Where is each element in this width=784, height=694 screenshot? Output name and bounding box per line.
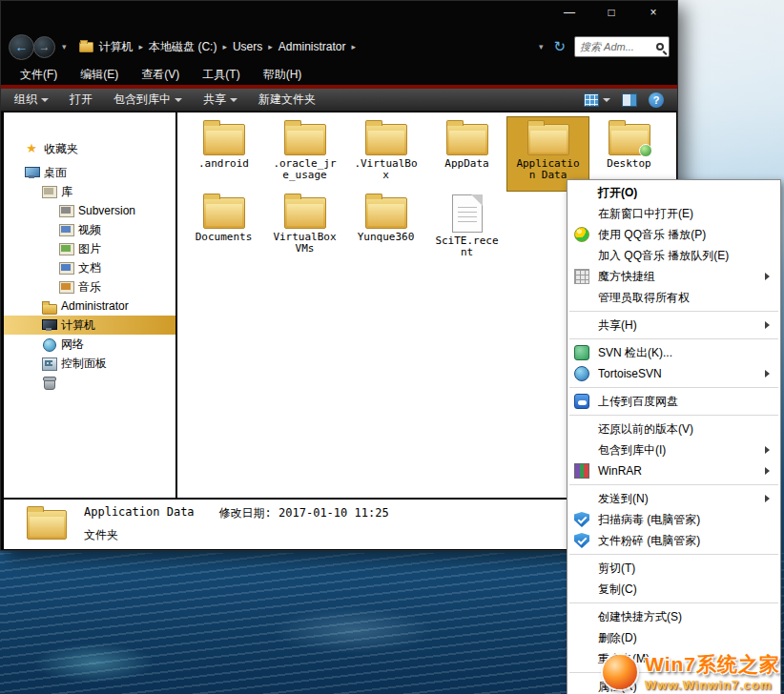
context-menu-item-include-in-library[interactable]: 包含到库中(I) — [567, 439, 780, 460]
menu-item-label: 管理员取得所有权 — [598, 291, 690, 304]
sidebar-item-network[interactable]: 网络 — [4, 335, 175, 354]
menu-file[interactable]: 文件(F) — [20, 67, 57, 83]
file-label: .android — [190, 158, 258, 170]
sidebar-item-favorites[interactable]: ★ 收藏夹 — [4, 139, 175, 158]
new-folder-button[interactable]: 新建文件夹 — [258, 92, 316, 108]
breadcrumb-item-users[interactable]: Users — [233, 40, 262, 53]
menu-help[interactable]: 帮助(H) — [263, 67, 302, 83]
menu-separator — [569, 338, 778, 339]
organize-button[interactable]: 组织 — [14, 92, 49, 108]
details-text: Application Data 修改日期: 2017-01-10 11:25 … — [84, 505, 389, 543]
breadcrumb-separator-icon: ▸ — [268, 42, 273, 51]
recent-pages-dropdown[interactable]: ▾ — [62, 42, 67, 51]
organize-label: 组织 — [14, 92, 37, 108]
context-menu-item-share[interactable]: 共享(H) — [567, 315, 780, 336]
search-icon[interactable] — [656, 43, 664, 51]
sidebar-item-documents[interactable]: 文档 — [4, 258, 175, 277]
menu-item-label: 共享(H) — [598, 318, 637, 332]
search-input[interactable]: 搜索 Adm... — [574, 36, 670, 57]
address-dropdown[interactable]: ▾ — [539, 42, 544, 51]
menu-item-label: 剪切(T) — [598, 561, 635, 575]
back-button[interactable]: ← — [9, 34, 34, 60]
title-bar: — □ × — [1, 1, 677, 30]
menu-item-label: 还原以前的版本(V) — [598, 422, 693, 436]
file-tile-documents[interactable]: Documents — [183, 191, 264, 264]
menu-item-label: WinRAR — [598, 464, 642, 478]
context-menu-item-qq-music-play[interactable]: 使用 QQ音乐 播放(P) — [567, 224, 780, 245]
file-tile-appdata[interactable]: AppData — [426, 117, 507, 191]
sidebar-label: 库 — [61, 184, 72, 200]
open-button[interactable]: 打开 — [70, 92, 93, 108]
menu-separator — [569, 415, 778, 416]
help-button[interactable]: ? — [649, 92, 664, 108]
details-name: Application Data — [84, 505, 195, 521]
toolbar-right-group: ? — [584, 92, 664, 108]
menu-item-label: 包含到库中(I) — [598, 443, 666, 457]
breadcrumb-separator-icon: ▸ — [351, 42, 356, 51]
sidebar-item-music[interactable]: 音乐 — [4, 277, 175, 296]
menu-item-label: 扫描病毒 (电脑管家) — [598, 513, 700, 526]
share-label: 共享 — [203, 92, 226, 108]
forward-button[interactable]: → — [33, 36, 55, 58]
sidebar-item-computer[interactable]: 计算机 — [4, 316, 175, 335]
menu-item-label: TortoiseSVN — [598, 367, 662, 380]
file-tile-yunque360[interactable]: Yunque360 — [345, 191, 426, 264]
sidebar-item-control-panel[interactable]: 控制面板 — [4, 354, 175, 373]
menu-tools[interactable]: 工具(T) — [202, 67, 239, 83]
preview-pane-button[interactable] — [622, 93, 637, 107]
context-menu-item-mofang-shortcut-group[interactable]: 魔方快捷组 — [567, 266, 780, 287]
sidebar-item-pictures[interactable]: 图片 — [4, 239, 175, 258]
context-menu-item-delete[interactable]: 删除(D) — [567, 627, 780, 648]
context-menu-item-file-shredder[interactable]: 文件粉碎 (电脑管家) — [567, 530, 780, 551]
context-menu-item-copy[interactable]: 复制(C) — [567, 579, 780, 600]
sidebar-item-videos[interactable]: 视频 — [4, 220, 175, 239]
sidebar-item-subversion[interactable]: Subversion — [4, 201, 175, 220]
change-view-button[interactable] — [584, 93, 610, 107]
menu-separator — [569, 387, 778, 388]
menu-view[interactable]: 查看(V) — [141, 67, 179, 83]
shield-icon — [574, 533, 589, 548]
share-button[interactable]: 共享 — [203, 92, 237, 108]
context-menu-item-winrar[interactable]: WinRAR — [567, 460, 780, 481]
submenu-arrow-icon — [765, 446, 774, 454]
maximize-button[interactable]: □ — [603, 6, 620, 19]
context-menu-item-svn-checkout[interactable]: SVN 检出(K)... — [567, 342, 780, 363]
file-tile-android[interactable]: .android — [183, 117, 264, 191]
context-menu-item-qq-music-queue[interactable]: 加入 QQ音乐 播放队列(E) — [567, 245, 780, 266]
context-menu-item-admin-take-ownership[interactable]: 管理员取得所有权 — [567, 287, 780, 308]
sidebar-item-recycle-bin[interactable] — [4, 373, 175, 392]
include-in-library-button[interactable]: 包含到库中 — [113, 92, 182, 108]
context-menu-item-open[interactable]: 打开(O) — [567, 182, 780, 203]
menu-item-label: 文件粉碎 (电脑管家) — [598, 534, 700, 547]
sidebar-label: 视频 — [78, 222, 101, 238]
file-tile-scite-recent[interactable]: SciTE.recent — [426, 191, 507, 264]
chevron-down-icon — [41, 98, 49, 106]
search-placeholder: 搜索 Adm... — [580, 40, 652, 54]
window-controls: — □ × — [561, 6, 662, 19]
minimize-button[interactable]: — — [561, 6, 578, 19]
context-menu-item-tortoisesvn[interactable]: TortoiseSVN — [567, 363, 780, 384]
context-menu-item-open-new-window[interactable]: 在新窗口中打开(E) — [567, 203, 780, 224]
file-tile-virtualbox[interactable]: .VirtualBox — [345, 117, 426, 191]
sidebar-item-administrator[interactable]: Administrator — [4, 296, 175, 316]
context-menu-item-create-shortcut[interactable]: 创建快捷方式(S) — [567, 606, 780, 627]
context-menu-item-cut[interactable]: 剪切(T) — [567, 558, 780, 579]
file-tile-virtualbox-vms[interactable]: VirtualBox VMs — [264, 191, 345, 264]
context-menu-item-scan-virus[interactable]: 扫描病毒 (电脑管家) — [567, 509, 780, 530]
menu-edit[interactable]: 编辑(E) — [80, 67, 118, 83]
folder-icon — [284, 124, 326, 155]
submenu-arrow-icon — [765, 273, 774, 280]
close-button[interactable]: × — [645, 6, 662, 19]
sidebar-item-libraries[interactable]: 库 — [4, 182, 175, 201]
breadcrumb-item-administrator[interactable]: Administrator — [279, 40, 346, 53]
context-menu-item-send-to[interactable]: 发送到(N) — [567, 488, 780, 509]
sidebar-item-desktop[interactable]: 桌面 — [4, 163, 175, 182]
menu-separator — [569, 484, 778, 485]
context-menu-item-restore-previous-versions[interactable]: 还原以前的版本(V) — [567, 418, 780, 439]
file-tile-oracle-jre-usage[interactable]: .oracle_jre_usage — [264, 117, 345, 191]
breadcrumb-item-local-disk-c[interactable]: 本地磁盘 (C:) — [149, 39, 217, 55]
breadcrumb-item-computer[interactable]: 计算机 — [99, 39, 134, 55]
context-menu-item-baidu-upload[interactable]: 上传到百度网盘 — [567, 391, 780, 412]
folder-icon — [527, 124, 569, 155]
refresh-icon[interactable]: ↻ — [553, 38, 566, 55]
